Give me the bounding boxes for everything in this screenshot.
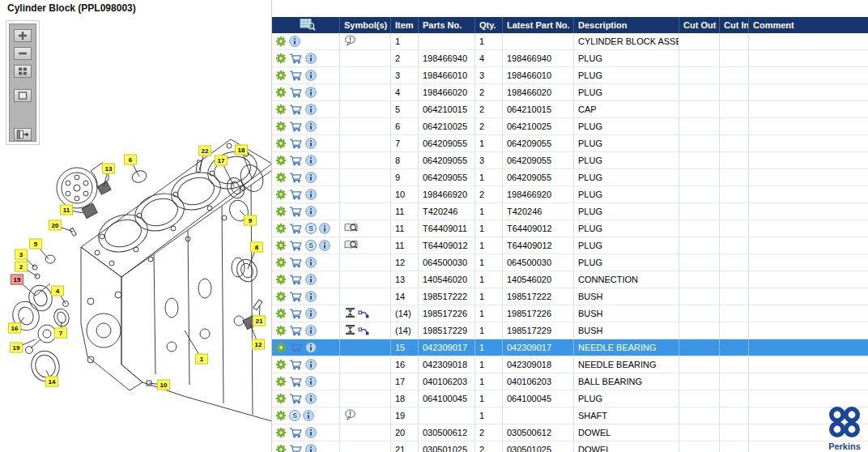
cart-icon[interactable] <box>289 104 303 115</box>
diagram-callout-5[interactable]: 5 <box>29 239 42 249</box>
cart-icon[interactable] <box>289 87 303 98</box>
gear-icon[interactable] <box>275 376 287 387</box>
gear-icon[interactable] <box>275 53 287 64</box>
cart-icon[interactable] <box>289 70 303 81</box>
cart-icon[interactable] <box>289 393 303 404</box>
info-icon[interactable] <box>289 36 300 47</box>
info-icon[interactable] <box>305 427 317 438</box>
table-row[interactable]: 21984669404198466940PLUG <box>272 50 868 67</box>
info-icon[interactable] <box>305 291 317 302</box>
table-row[interactable]: 41984660202198466020PLUG <box>272 84 868 101</box>
gear-icon[interactable] <box>275 240 287 251</box>
cart-icon[interactable] <box>289 427 303 438</box>
cart-icon[interactable] <box>289 257 303 268</box>
diagram-callout-21[interactable]: 21 <box>253 316 266 326</box>
cart-icon[interactable] <box>289 240 303 251</box>
supersession-badge-icon[interactable]: S <box>305 223 317 234</box>
panel-toggle-button[interactable] <box>14 128 32 141</box>
table-row[interactable]: 160423090181042309018NEEDLE BEARING <box>272 356 868 373</box>
cart-icon[interactable] <box>289 308 303 319</box>
info-icon[interactable] <box>305 206 317 217</box>
table-row[interactable]: 70642090551064209055PLUG <box>272 135 868 152</box>
table-row[interactable]: (14)1985172291198517229BUSH <box>272 322 868 339</box>
gear-icon[interactable] <box>275 444 287 452</box>
table-row[interactable]: 120645000301064500030PLUG <box>272 254 868 271</box>
diagram-callout-3[interactable]: 3 <box>15 249 28 260</box>
cart-icon[interactable] <box>289 444 303 452</box>
table-row[interactable]: 11T4202461T420246PLUG <box>272 203 868 220</box>
gear-icon[interactable] <box>275 342 287 353</box>
info-icon[interactable] <box>319 240 330 251</box>
info-icon[interactable] <box>305 189 317 200</box>
info-icon[interactable] <box>305 308 317 319</box>
cart-icon[interactable] <box>289 206 303 217</box>
gear-icon[interactable] <box>275 274 287 285</box>
diagram-callout-4[interactable]: 4 <box>51 286 64 296</box>
table-row[interactable]: S191SHAFT <box>272 407 868 424</box>
diagram-callout-15[interactable]: 15 <box>11 275 23 285</box>
gear-icon[interactable] <box>275 172 287 183</box>
dimension-icon[interactable] <box>344 324 356 337</box>
info-icon[interactable] <box>303 410 314 421</box>
cart-icon[interactable] <box>289 359 303 370</box>
gear-icon[interactable] <box>275 206 287 217</box>
gear-icon[interactable] <box>275 325 287 336</box>
table-row[interactable]: 80642090553064209055PLUG <box>272 152 868 169</box>
cart-icon[interactable] <box>289 189 303 200</box>
info-icon[interactable] <box>305 87 317 98</box>
info-icon[interactable] <box>305 393 317 404</box>
info-icon[interactable] <box>305 359 317 370</box>
table-row[interactable]: 150423090171042309017NEEDLE BEARING <box>272 339 868 356</box>
table-row[interactable]: 31984660103198466010PLUG <box>272 67 868 84</box>
diagram-callout-6[interactable]: 6 <box>124 155 137 165</box>
diagram-callout-14[interactable]: 14 <box>45 377 58 387</box>
gear-icon[interactable] <box>275 121 287 132</box>
diagram-callout-8[interactable]: 8 <box>250 242 263 253</box>
table-row[interactable]: 210305010252030501025DOWEL <box>272 441 868 452</box>
cart-icon[interactable] <box>289 325 303 336</box>
gear-icon[interactable] <box>275 36 287 47</box>
info-icon[interactable] <box>319 223 330 234</box>
tile-view-button[interactable] <box>14 65 32 78</box>
gear-icon[interactable] <box>275 223 287 234</box>
info-icon[interactable] <box>305 70 317 81</box>
table-row[interactable]: S11T644090111T64409012PLUG <box>272 220 868 237</box>
zoom-out-button[interactable] <box>14 47 32 60</box>
cart-icon[interactable] <box>289 342 303 353</box>
diagram-callout-9[interactable]: 9 <box>244 215 257 226</box>
dimension-icon[interactable] <box>344 307 356 320</box>
table-row[interactable]: 11CYLINDER BLOCK ASSEMBLY <box>272 33 868 50</box>
cart-icon[interactable] <box>289 138 303 149</box>
info-icon[interactable] <box>305 444 317 452</box>
cart-icon[interactable] <box>289 223 303 234</box>
cart-icon[interactable] <box>289 274 303 285</box>
info-icon[interactable] <box>305 325 317 336</box>
info-icon[interactable] <box>305 155 317 166</box>
info-icon[interactable] <box>305 257 317 268</box>
supersession-arrow-icon[interactable] <box>358 324 369 337</box>
info-icon[interactable] <box>305 342 317 353</box>
supersession-arrow-icon[interactable] <box>358 307 369 320</box>
cart-icon[interactable] <box>289 155 303 166</box>
gear-icon[interactable] <box>275 87 287 98</box>
info-icon[interactable] <box>305 376 317 387</box>
note-balloon-icon[interactable] <box>344 35 356 49</box>
cart-icon[interactable] <box>289 376 303 387</box>
table-row[interactable]: 101984669202198466920PLUG <box>272 186 868 203</box>
table-row[interactable]: 170401062031040106203BALL BEARING <box>272 373 868 390</box>
gear-icon[interactable] <box>275 138 287 149</box>
diagram-callout-7[interactable]: 7 <box>54 328 67 339</box>
diagram-callout-2[interactable]: 2 <box>15 262 28 272</box>
info-icon[interactable] <box>305 121 317 132</box>
supersession-badge-icon[interactable]: S <box>289 410 300 421</box>
supersession-badge-icon[interactable]: S <box>305 240 317 251</box>
table-row[interactable]: 60642100252064210025PLUG <box>272 118 868 135</box>
book-search-icon[interactable] <box>344 239 358 252</box>
info-icon[interactable] <box>305 53 317 64</box>
cart-icon[interactable] <box>289 291 303 302</box>
gear-icon[interactable] <box>275 393 287 404</box>
diagram-callout-13[interactable]: 13 <box>102 164 115 174</box>
diagram-callout-12[interactable]: 12 <box>252 339 265 350</box>
gear-icon[interactable] <box>275 155 287 166</box>
diagram-callout-19[interactable]: 19 <box>10 343 23 353</box>
